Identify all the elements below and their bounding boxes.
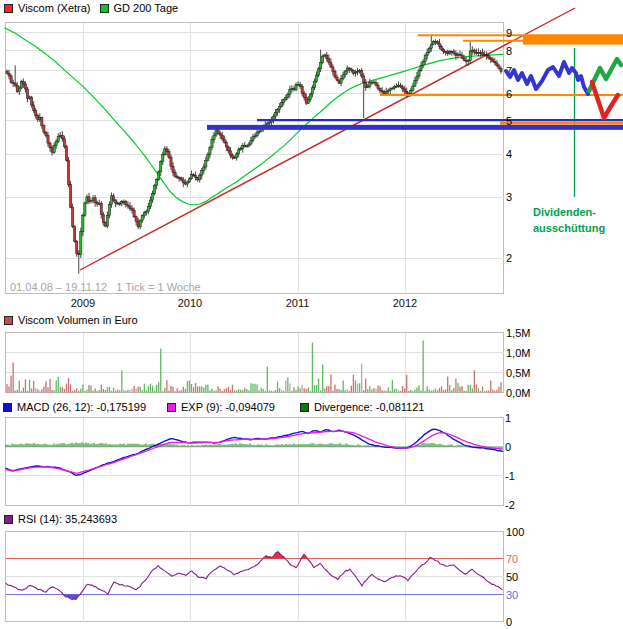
- exp-series-swatch: [167, 403, 176, 412]
- macd-series-label: MACD (26, 12): -0,175199: [17, 401, 146, 413]
- legend-item-divergence: Divergence: -0,081121: [300, 401, 424, 413]
- svg-text:8: 8: [506, 45, 512, 57]
- svg-text:30: 30: [506, 589, 518, 601]
- legend-item-volume: Viscom Volumen in Euro: [4, 314, 138, 326]
- legend-item-viscom: Viscom (Xetra): [4, 2, 91, 14]
- svg-text:0: 0: [505, 441, 511, 453]
- svg-text:0: 0: [506, 616, 512, 628]
- volume-bars: [6, 341, 501, 393]
- svg-text:-1: -1: [505, 470, 515, 482]
- svg-text:70: 70: [506, 553, 518, 565]
- svg-text:0,5M: 0,5M: [506, 367, 530, 379]
- panel-frame: [6, 532, 504, 622]
- macd-series-swatch: [3, 403, 12, 412]
- svg-text:4: 4: [506, 148, 512, 160]
- price-panel-legend: Viscom (Xetra) GD 200 Tage: [4, 2, 178, 14]
- svg-text:2012: 2012: [393, 297, 417, 309]
- divergence-series-label: Divergence: -0,081121: [314, 401, 424, 413]
- trendline: [80, 8, 575, 270]
- dividend-annotation-line1: Dividenden-: [533, 204, 605, 220]
- svg-text:-2: -2: [505, 499, 515, 511]
- macd-panel-legend: MACD (26, 12): -0,175199 EXP (9): -0,094…: [3, 401, 424, 413]
- svg-text:2010: 2010: [178, 297, 202, 309]
- panel-frame: [6, 333, 504, 393]
- svg-text:1,5M: 1,5M: [506, 327, 530, 339]
- macd-axis-labels: 10-1-2: [505, 412, 515, 511]
- svg-text:2: 2: [506, 252, 512, 264]
- svg-text:0,0M: 0,0M: [506, 387, 530, 399]
- exp-series-label: EXP (9): -0,094079: [181, 401, 275, 413]
- viscom-series-swatch: [4, 4, 13, 13]
- date-range-label: 01.04.08 – 19.11.12 1 Tick = 1 Woche: [10, 281, 201, 293]
- dividend-annotation-line2: ausschüttung: [533, 220, 605, 236]
- legend-item-exp: EXP (9): -0,094079: [167, 401, 275, 413]
- volume-series-label: Viscom Volumen in Euro: [18, 314, 138, 326]
- gd200-series-swatch: [100, 4, 109, 13]
- svg-text:9: 9: [506, 27, 512, 39]
- stock-chart-screenshot: 9876543220092010201120121,5M1,0M0,5M0,0M…: [0, 0, 623, 629]
- rsi-series-label: RSI (14): 35,243693: [18, 513, 117, 525]
- dividend-annotation-text: Dividenden- ausschüttung: [533, 204, 605, 236]
- rsi-axis-labels: 1007050300: [506, 526, 524, 628]
- svg-text:6: 6: [506, 88, 512, 100]
- rsi-series-swatch: [4, 515, 13, 524]
- rsi-panel-legend: RSI (14): 35,243693: [4, 513, 117, 525]
- macd-line: [6, 429, 503, 475]
- svg-text:2009: 2009: [71, 297, 95, 309]
- svg-text:5: 5: [506, 115, 512, 127]
- legend-item-macd: MACD (26, 12): -0,175199: [3, 401, 146, 413]
- volume-series-swatch: [4, 316, 13, 325]
- exp-signal-line: [6, 431, 501, 473]
- svg-text:50: 50: [506, 571, 518, 583]
- freehand-annotations: [506, 59, 621, 118]
- divergence-series: [6, 442, 502, 450]
- legend-item-gd200: GD 200 Tage: [100, 2, 179, 14]
- volume-panel-legend: Viscom Volumen in Euro: [4, 314, 138, 326]
- svg-text:2011: 2011: [286, 297, 310, 309]
- svg-text:1,0M: 1,0M: [506, 347, 530, 359]
- volume-axis-labels: 1,5M1,0M0,5M0,0M: [506, 327, 530, 399]
- divergence-series-swatch: [300, 403, 309, 412]
- viscom-series-label: Viscom (Xetra): [18, 2, 91, 14]
- svg-text:1: 1: [505, 412, 511, 424]
- svg-text:100: 100: [506, 526, 524, 538]
- gd200-series-label: GD 200 Tage: [114, 2, 179, 14]
- legend-item-rsi: RSI (14): 35,243693: [4, 513, 117, 525]
- svg-text:3: 3: [506, 191, 512, 203]
- price-axis-labels: 987654322009201020112012: [71, 27, 512, 309]
